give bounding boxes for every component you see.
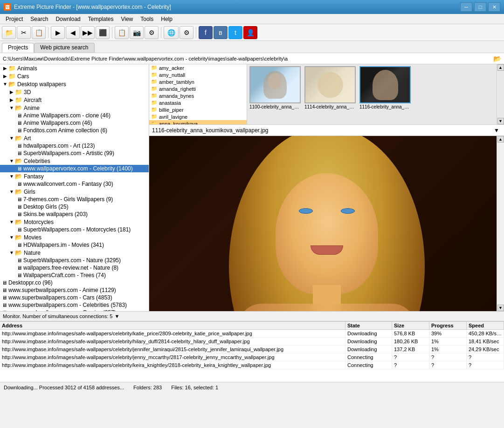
tree-item-nature-craft[interactable]: 🖥 WallpapersCraft.com - Trees (74) <box>0 272 149 279</box>
toggle-anime[interactable]: ▼ <box>8 105 15 110</box>
tb-twitter-button[interactable]: t <box>228 26 242 39</box>
dl-header-speed[interactable]: Speed <box>467 322 504 329</box>
toggle-desktop[interactable]: ▼ <box>2 82 8 87</box>
tree-item-superb-cars[interactable]: 🖥 www.superbwallpapers.com - Cars (4853) <box>0 294 149 301</box>
toggle-celebrities[interactable]: ▼ <box>8 158 15 163</box>
tree-item-nature-free[interactable]: 🖥 wallpapers.free-review.net - Nature (8… <box>0 264 149 272</box>
file-item[interactable]: 📁 amanda_righetti <box>149 85 247 92</box>
tree-item-nature-superb[interactable]: 🖥 SuperbWallpapers.com - Nature (3295) <box>0 257 149 264</box>
close-button[interactable]: ✕ <box>488 2 500 12</box>
thumbnail-item[interactable]: 1100-celebrity_anna_kour... <box>249 66 301 109</box>
toggle-movies[interactable]: ▼ <box>8 235 15 240</box>
path-folder-icon[interactable]: 📂 <box>493 55 501 62</box>
toggle-nature[interactable]: ▼ <box>8 250 15 255</box>
file-item[interactable]: 📁 anastasia <box>149 99 247 106</box>
tb-paste-button[interactable]: 📋 <box>115 26 129 39</box>
tree-item-fonditos[interactable]: 🖥 Fonditos.com Anime collection (6) <box>0 127 149 134</box>
file-item[interactable]: 📁 amy_acker <box>149 64 247 71</box>
dl-speed: 450,28 KB/sec <box>467 330 504 337</box>
toggle-girls[interactable]: ▼ <box>8 189 15 194</box>
tree-item-desktoppr[interactable]: 🖥 Desktoppr.co (96) <box>0 279 149 286</box>
tb-prev-button[interactable]: ◀ <box>66 26 80 39</box>
tab-web-picture-search[interactable]: Web picture search <box>34 43 94 53</box>
tb-vk-button[interactable]: в <box>214 26 228 39</box>
maximize-button[interactable]: □ <box>474 2 486 12</box>
menu-project[interactable]: Project <box>2 15 27 23</box>
dl-header-state[interactable]: State <box>345 322 392 329</box>
tree-item-art-superbw[interactable]: 🖥 SuperbWallpapers.com - Artistic (99) <box>0 149 149 157</box>
tree-item-superb-comics[interactable]: 🖥 www.superbwallpapers.com - Comics (257… <box>0 309 149 311</box>
tb-copy-button[interactable]: 📋 <box>32 26 46 39</box>
dl-header-size[interactable]: Size <box>392 322 429 329</box>
tb-config-button[interactable]: ⚙ <box>180 26 193 39</box>
toggle-animals[interactable]: ▶ <box>2 66 8 71</box>
tree-item-anime-clone[interactable]: 🖥 Anime Wallpapers.com - clone (46) <box>0 112 149 119</box>
tree-item-art[interactable]: ▼ 📂 Art <box>0 134 149 142</box>
minimize-button[interactable]: ─ <box>460 2 472 12</box>
dl-header-progress[interactable]: Progress <box>429 322 467 329</box>
menu-download[interactable]: Download <box>52 15 84 23</box>
thumbnail-item[interactable]: 1114-celebrity_anna_kour... <box>304 66 356 109</box>
menu-tools[interactable]: Tools <box>137 15 157 23</box>
tb-stop-button[interactable]: ⬛ <box>96 26 110 39</box>
tree-item-anime-wc[interactable]: 🖥 Anime Wallpapers.com (46) <box>0 119 149 127</box>
thumbnail-item-selected[interactable]: 1116-celebrity_anna_koumik... <box>359 66 411 109</box>
tb-facebook-button[interactable]: f <box>199 26 213 39</box>
tree-item-girls-skins[interactable]: 🖥 Skins.be wallpapers (203) <box>0 211 149 218</box>
toggle-art[interactable]: ▼ <box>8 136 15 141</box>
tree-item-cars[interactable]: ▶ 📁 Cars <box>0 72 149 80</box>
file-item[interactable]: 📁 amanda_bynes <box>149 92 247 99</box>
tree-item-anime[interactable]: ▼ 📂 Anime <box>0 104 149 112</box>
tree-item-superb-anime[interactable]: 🖥 www.superbwallpapers.com - Anime (1129… <box>0 286 149 294</box>
tree-item-desktop[interactable]: ▼ 📂 Desktop wallpapers <box>0 80 149 88</box>
tree-item-motorcycles[interactable]: ▼ 📂 Motorcycles <box>0 218 149 226</box>
tree-item-movies[interactable]: ▼ 📂 Movies <box>0 233 149 241</box>
menu-help[interactable]: Help <box>157 15 176 23</box>
tree-item-art-hd[interactable]: 🖥 hdwallpapers.com - Art (123) <box>0 142 149 149</box>
file-item[interactable]: 📁 avril_lavigne <box>149 113 247 120</box>
tb-new-button[interactable]: 📁 <box>2 26 16 39</box>
tb-settings-button[interactable]: ⚙ <box>145 26 159 39</box>
tree-item-animals[interactable]: ▶ 📁 Animals <box>0 64 149 72</box>
tb-support-button[interactable]: 👤 <box>243 26 257 39</box>
tb-play-button[interactable]: ▶ <box>51 26 65 39</box>
thumbnail-scrollbar[interactable]: ▲ ▼ <box>497 64 504 124</box>
tree-item-fantasy[interactable]: ▼ 📂 Fantasy <box>0 172 149 180</box>
tree-item-celebrities[interactable]: ▼ 📂 Celebrities <box>0 157 149 165</box>
tb-next-button[interactable]: ▶▶ <box>81 26 95 39</box>
tree-item-fantasy-wc[interactable]: 🖥 www.wallconvert.com - Fantasy (30) <box>0 180 149 188</box>
tree-item-aircraft[interactable]: ▶ 📁 Aircraft <box>0 96 149 104</box>
tb-sep2 <box>112 27 112 38</box>
dl-header-address[interactable]: Address <box>0 322 345 329</box>
tb-sep4 <box>196 27 196 38</box>
toggle-motorcycles[interactable]: ▼ <box>8 219 15 224</box>
toggle-cars[interactable]: ▶ <box>2 74 8 79</box>
toggle-aircraft[interactable]: ▶ <box>8 97 15 102</box>
monitor-dropdown-icon[interactable]: ▼ <box>114 313 119 319</box>
filename-dropdown-icon[interactable]: ▼ <box>494 127 501 134</box>
tree-item-movies-hd[interactable]: 🖥 HDWallpapers.im - Movies (341) <box>0 241 149 249</box>
tree-item-girls-7themes[interactable]: 🖥 7-themes.com - Girls Wallpapers (9) <box>0 196 149 203</box>
tb-screenshot-button[interactable]: 📷 <box>130 26 144 39</box>
file-item[interactable]: 📁 amber_tamblyn <box>149 78 247 85</box>
tree-item-celeb-wv[interactable]: 🖥 www.wallpapervortex.com - Celebrity (1… <box>0 165 149 172</box>
tb-web-button[interactable]: 🌐 <box>164 26 179 39</box>
tree-item-nature[interactable]: ▼ 📂 Nature <box>0 249 149 257</box>
toggle-fantasy[interactable]: ▼ <box>8 174 15 179</box>
tree-item-superb-celeb[interactable]: 🖥 www.superbwallpapers.com - Celebrities… <box>0 301 149 309</box>
tab-projects[interactable]: Projects <box>2 43 34 53</box>
tree-item-girls-desktop[interactable]: 🖥 Desktop Girls (25) <box>0 203 149 211</box>
file-item-selected[interactable]: 📁 anna_koumikova <box>149 120 247 124</box>
menu-search[interactable]: Search <box>27 15 52 23</box>
tree-item-3d[interactable]: ▶ 📁 3D <box>0 88 149 96</box>
tree-item-girls[interactable]: ▼ 📂 Girls <box>0 188 149 196</box>
toggle-3d[interactable]: ▶ <box>8 89 15 95</box>
tree-item-moto-superb[interactable]: 🖥 SuperbWallpapers.com - Motorcycles (18… <box>0 226 149 233</box>
content: ▶ 📁 Animals ▶ 📁 Cars ▼ 📂 Desktop wallpap… <box>0 64 504 311</box>
file-item[interactable]: 📁 amy_nuttall <box>149 71 247 78</box>
tb-cut-button[interactable]: ✂ <box>17 26 31 39</box>
menu-view[interactable]: View <box>117 15 137 23</box>
menu-templates[interactable]: Templates <box>84 15 117 23</box>
file-item[interactable]: 📁 billie_piper <box>149 106 247 113</box>
monitor-text: Monitor. Number of simultaneous connecti… <box>3 313 112 319</box>
